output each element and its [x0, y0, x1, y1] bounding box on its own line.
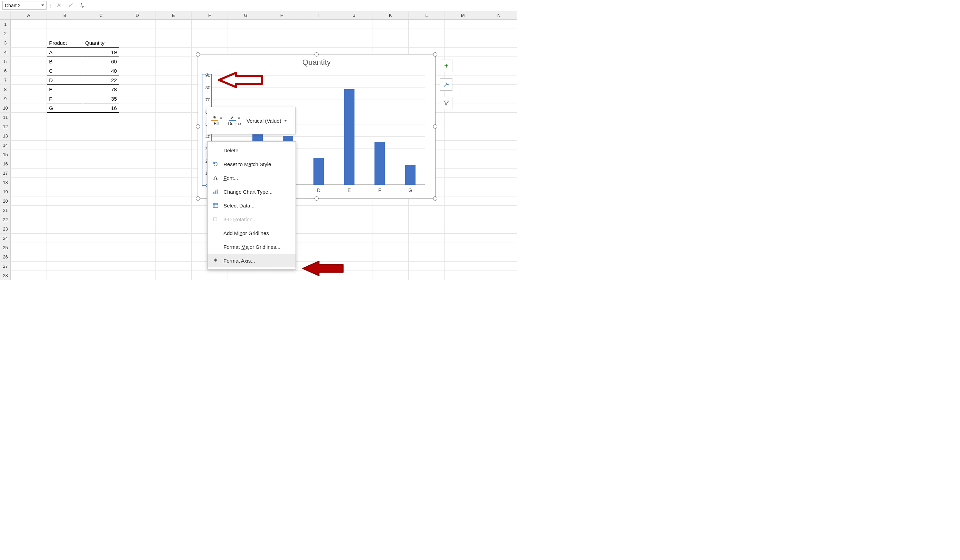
- cell[interactable]: [83, 150, 119, 159]
- cell[interactable]: [336, 215, 373, 224]
- chart-styles-button[interactable]: [440, 78, 453, 91]
- cell[interactable]: [445, 196, 481, 206]
- cell[interactable]: [11, 196, 47, 206]
- cell[interactable]: [11, 243, 47, 252]
- cell[interactable]: [481, 234, 517, 243]
- cell[interactable]: [481, 85, 517, 94]
- cell[interactable]: [11, 104, 47, 113]
- cell[interactable]: [11, 131, 47, 140]
- cell[interactable]: [83, 131, 119, 140]
- chart-element-selector[interactable]: Vertical (Value): [246, 118, 287, 124]
- row-header[interactable]: 11: [0, 113, 11, 122]
- cell[interactable]: [373, 271, 409, 280]
- cell[interactable]: Quantity: [83, 38, 119, 48]
- cell[interactable]: Product: [47, 38, 83, 48]
- cell[interactable]: [11, 20, 47, 29]
- menu-format-major-gridlines[interactable]: Format Major Gridlines...: [208, 240, 296, 254]
- row-header[interactable]: 17: [0, 169, 11, 178]
- cell[interactable]: [155, 38, 191, 48]
- cell[interactable]: [373, 206, 409, 215]
- cell[interactable]: [119, 169, 155, 178]
- cell[interactable]: [155, 234, 191, 243]
- cell[interactable]: [264, 29, 300, 38]
- cell[interactable]: [227, 20, 264, 29]
- row-header[interactable]: 27: [0, 262, 11, 271]
- column-header[interactable]: F: [191, 11, 227, 20]
- cell[interactable]: [155, 206, 191, 215]
- cell[interactable]: 35: [83, 94, 119, 104]
- cell[interactable]: [445, 206, 481, 215]
- column-header[interactable]: G: [227, 11, 264, 20]
- cell[interactable]: [481, 271, 517, 280]
- cell[interactable]: [445, 140, 481, 150]
- cell[interactable]: [119, 38, 155, 48]
- cell[interactable]: [47, 29, 83, 38]
- cell[interactable]: [409, 206, 445, 215]
- cell[interactable]: [47, 215, 83, 224]
- cell[interactable]: [300, 29, 336, 38]
- cell[interactable]: [119, 187, 155, 196]
- cell[interactable]: [119, 66, 155, 75]
- cell[interactable]: [155, 224, 191, 234]
- cell[interactable]: [481, 66, 517, 75]
- cell[interactable]: [481, 262, 517, 271]
- cell[interactable]: [155, 122, 191, 131]
- cell[interactable]: [409, 262, 445, 271]
- cell[interactable]: 78: [83, 85, 119, 94]
- cell[interactable]: [83, 140, 119, 150]
- cell[interactable]: [119, 178, 155, 187]
- accept-formula-button[interactable]: ✓: [64, 0, 76, 11]
- cell[interactable]: [83, 206, 119, 215]
- cell[interactable]: [481, 20, 517, 29]
- fill-button[interactable]: Fill: [211, 115, 222, 126]
- cell[interactable]: [481, 131, 517, 140]
- cell[interactable]: [155, 66, 191, 75]
- cell[interactable]: [373, 234, 409, 243]
- cell[interactable]: [445, 243, 481, 252]
- cell[interactable]: [336, 20, 373, 29]
- column-header[interactable]: D: [119, 11, 155, 20]
- cell[interactable]: [11, 178, 47, 187]
- cell[interactable]: [83, 262, 119, 271]
- cell[interactable]: [11, 122, 47, 131]
- cell[interactable]: [155, 271, 191, 280]
- cell[interactable]: [373, 224, 409, 234]
- name-box[interactable]: Chart 2: [2, 1, 46, 10]
- row-header[interactable]: 25: [0, 243, 11, 252]
- cell[interactable]: [300, 234, 336, 243]
- cell[interactable]: [119, 29, 155, 38]
- cell[interactable]: [11, 29, 47, 38]
- column-header[interactable]: I: [300, 11, 336, 20]
- cell[interactable]: [336, 234, 373, 243]
- row-header[interactable]: 10: [0, 104, 11, 113]
- cell[interactable]: [300, 215, 336, 224]
- cell[interactable]: [155, 85, 191, 94]
- chart-title[interactable]: Quantity: [198, 54, 435, 69]
- cell[interactable]: [119, 150, 155, 159]
- row-header[interactable]: 16: [0, 159, 11, 169]
- cell[interactable]: [155, 104, 191, 113]
- cell[interactable]: [445, 131, 481, 140]
- cell[interactable]: [83, 234, 119, 243]
- cell[interactable]: [47, 252, 83, 262]
- column-header[interactable]: J: [336, 11, 373, 20]
- cell[interactable]: [155, 20, 191, 29]
- cell[interactable]: [47, 187, 83, 196]
- cell[interactable]: [155, 75, 191, 85]
- cell[interactable]: [155, 169, 191, 178]
- cell[interactable]: G: [47, 104, 83, 113]
- cell[interactable]: [445, 122, 481, 131]
- cell[interactable]: [119, 196, 155, 206]
- row-header[interactable]: 23: [0, 224, 11, 234]
- cell[interactable]: [155, 131, 191, 140]
- cell[interactable]: [119, 140, 155, 150]
- menu-font[interactable]: A Font...: [208, 171, 296, 185]
- cell[interactable]: [481, 178, 517, 187]
- cell[interactable]: [11, 215, 47, 224]
- bar[interactable]: [405, 165, 416, 185]
- cell[interactable]: [373, 215, 409, 224]
- row-header[interactable]: 21: [0, 206, 11, 215]
- cell[interactable]: [83, 122, 119, 131]
- cell[interactable]: [409, 234, 445, 243]
- cell[interactable]: [445, 20, 481, 29]
